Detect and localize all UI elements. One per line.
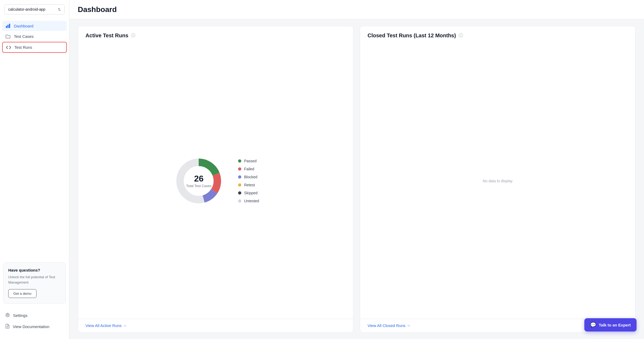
legend-dot-blocked <box>238 175 241 179</box>
legend-label-passed: Passed <box>244 159 256 163</box>
sidebar-item-view-documentation[interactable]: View Documentation <box>2 321 67 332</box>
promo-card: Have questions? Unlock the full potentia… <box>3 262 66 304</box>
sidebar-item-settings-label: Settings <box>13 313 27 318</box>
promo-title: Have questions? <box>8 268 61 272</box>
legend-item-retest: Retest <box>238 183 259 187</box>
legend-dot-retest <box>238 183 241 187</box>
no-data-label: No data to display <box>483 179 512 183</box>
active-runs-info-icon[interactable]: ⓘ <box>131 33 135 38</box>
legend-label-retest: Retest <box>244 183 255 187</box>
chart-legend: Passed Failed Blocked <box>238 159 259 203</box>
chart-container: 26 Total Test Cases Passed <box>172 154 259 208</box>
gear-icon <box>5 313 10 318</box>
sidebar-footer: Settings View Documentation <box>0 308 69 335</box>
document-icon <box>5 324 10 329</box>
sidebar-item-settings[interactable]: Settings <box>2 310 67 321</box>
main-body: Active Test Runs ⓘ <box>69 19 644 339</box>
svg-rect-1 <box>7 25 9 28</box>
closed-runs-info-icon[interactable]: ⓘ <box>459 33 463 38</box>
active-runs-card-footer: View All Active Runs → <box>78 319 353 332</box>
active-runs-card-body: 26 Total Test Cases Passed <box>78 43 353 319</box>
view-all-closed-runs-link[interactable]: View All Closed Runs → <box>368 323 410 328</box>
project-name: calculator-android-app <box>8 7 45 11</box>
legend-label-untested: Untested <box>244 199 259 203</box>
get-demo-button[interactable]: Get a demo <box>8 289 36 298</box>
sidebar-item-dashboard-label: Dashboard <box>14 24 33 28</box>
active-runs-title: Active Test Runs <box>85 33 128 39</box>
legend-label-skipped: Skipped <box>244 191 258 195</box>
legend-item-failed: Failed <box>238 167 259 171</box>
legend-item-passed: Passed <box>238 159 259 163</box>
legend-dot-untested <box>238 199 241 203</box>
closed-runs-card-header: Closed Test Runs (Last 12 Months) ⓘ <box>360 26 635 43</box>
active-runs-card: Active Test Runs ⓘ <box>78 26 353 333</box>
project-selector[interactable]: calculator-android-app ⇅ <box>4 4 65 14</box>
talk-to-expert-button[interactable]: 💬 Talk to an Expert <box>584 318 637 332</box>
selector-icon: ⇅ <box>58 7 61 11</box>
active-runs-card-header: Active Test Runs ⓘ <box>78 26 353 43</box>
promo-description: Unlock the full potential of Test Manage… <box>8 275 61 285</box>
sidebar-item-test-cases-label: Test Cases <box>14 34 34 39</box>
legend-dot-passed <box>238 159 241 163</box>
total-count: 26 <box>186 174 211 183</box>
sidebar-item-test-runs-label: Test Runs <box>14 45 32 50</box>
legend-label-failed: Failed <box>244 167 254 171</box>
folder-icon <box>5 34 11 39</box>
chat-icon: 💬 <box>590 322 596 328</box>
cards-row: Active Test Runs ⓘ <box>78 26 635 333</box>
main-content-area: Dashboard Active Test Runs ⓘ <box>69 0 644 339</box>
legend-item-skipped: Skipped <box>238 191 259 195</box>
sidebar-item-test-cases[interactable]: Test Cases <box>2 31 67 41</box>
page-title: Dashboard <box>78 5 635 14</box>
svg-rect-0 <box>6 26 7 28</box>
total-label: Total Test Cases <box>186 184 211 188</box>
closed-runs-title: Closed Test Runs (Last 12 Months) <box>368 33 456 39</box>
legend-dot-failed <box>238 167 241 171</box>
legend-dot-skipped <box>238 191 241 195</box>
main-header: Dashboard <box>69 0 644 19</box>
sidebar-item-dashboard[interactable]: Dashboard <box>2 21 67 31</box>
donut-center: 26 Total Test Cases <box>186 174 211 188</box>
sidebar: calculator-android-app ⇅ Dashboard Test … <box>0 0 69 339</box>
legend-label-blocked: Blocked <box>244 175 257 179</box>
view-all-active-runs-link[interactable]: View All Active Runs → <box>85 323 127 328</box>
legend-item-untested: Untested <box>238 199 259 203</box>
sidebar-item-view-documentation-label: View Documentation <box>13 324 49 329</box>
sidebar-nav: Dashboard Test Cases Test Runs <box>0 21 69 258</box>
closed-runs-card: Closed Test Runs (Last 12 Months) ⓘ No d… <box>360 26 635 333</box>
code-icon <box>6 46 11 49</box>
bar-chart-icon <box>5 23 11 28</box>
talk-expert-label: Talk to an Expert <box>599 323 631 327</box>
svg-rect-2 <box>9 24 10 28</box>
sidebar-item-test-runs[interactable]: Test Runs <box>2 42 67 53</box>
donut-chart: 26 Total Test Cases <box>172 154 225 208</box>
legend-item-blocked: Blocked <box>238 175 259 179</box>
closed-runs-card-body: No data to display <box>360 43 635 319</box>
